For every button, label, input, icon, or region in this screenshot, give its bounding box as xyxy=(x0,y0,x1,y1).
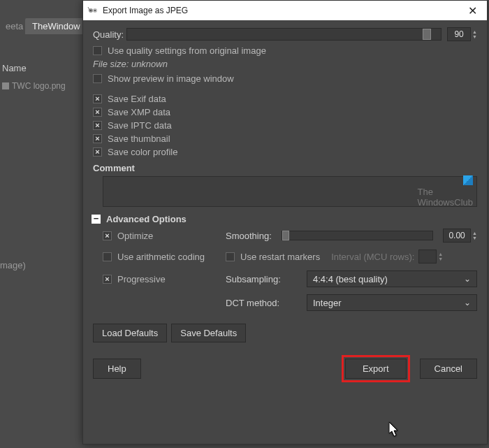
svg-point-3 xyxy=(94,10,96,11)
smoothing-label: Smoothing: xyxy=(226,231,282,241)
smoothing-slider-thumb[interactable] xyxy=(282,231,289,240)
collapse-icon[interactable]: − xyxy=(92,215,101,224)
export-highlight: Export xyxy=(342,355,410,382)
interval-up-icon: ▲ xyxy=(438,252,443,256)
save-exif-checkbox[interactable]: Save Exif data xyxy=(93,94,477,104)
dialog-title: Export Image as JPEG xyxy=(103,6,462,15)
quality-spinner[interactable]: ▲▼ xyxy=(447,27,477,41)
layers-name-header: Name xyxy=(2,63,27,73)
chevron-down-icon: ⌄ xyxy=(464,274,471,284)
dct-method-label: DCT method: xyxy=(226,298,302,308)
quality-label: Quality: xyxy=(93,29,126,40)
titlebar[interactable]: Export Image as JPEG ✕ xyxy=(83,1,487,20)
smoothing-up-icon[interactable]: ▲ xyxy=(472,231,477,236)
watermark-line2: WindowsClub xyxy=(418,197,473,208)
dct-method-select[interactable]: Integer⌄ xyxy=(307,294,477,311)
save-thumbnail-checkbox[interactable]: Save thumbnail xyxy=(93,133,477,144)
use-original-quality-label: Use quality settings from original image xyxy=(108,45,266,56)
arithmetic-coding-label: Use arithmetic coding xyxy=(117,252,205,262)
save-iptc-label: Save IPTC data xyxy=(108,120,172,131)
load-defaults-button[interactable]: Load Defaults xyxy=(93,324,167,342)
layer-item-label: TWC logo.png xyxy=(12,81,66,91)
use-original-quality-checkbox[interactable]: Use quality settings from original image xyxy=(93,45,477,56)
save-xmp-checkbox[interactable]: Save XMP data xyxy=(93,107,477,117)
progressive-checkbox[interactable]: Progressive xyxy=(103,274,226,284)
subsampling-value: 4:4:4 (best quality) xyxy=(313,274,388,284)
progressive-label: Progressive xyxy=(117,274,166,284)
chevron-down-icon: ⌄ xyxy=(464,298,471,308)
file-size-label: File size: unknown xyxy=(93,59,477,69)
optimize-checkbox[interactable]: Optimize xyxy=(103,231,226,241)
watermark-line1: The xyxy=(418,187,433,197)
export-button[interactable]: Export xyxy=(345,359,407,379)
export-jpeg-dialog: Export Image as JPEG ✕ Quality: ▲▼ Use q… xyxy=(82,0,488,445)
close-button[interactable]: ✕ xyxy=(462,4,483,17)
smoothing-input[interactable] xyxy=(443,229,471,243)
advanced-options-header[interactable]: − Advanced Options xyxy=(92,214,477,224)
smoothing-spinner[interactable]: ▲▼ xyxy=(443,229,477,243)
interval-input xyxy=(418,250,437,263)
show-preview-checkbox[interactable]: Show preview in image window xyxy=(93,73,477,84)
optimize-label: Optimize xyxy=(117,231,153,241)
background-image-label: mage) xyxy=(0,260,26,270)
comment-section-label: Comment xyxy=(93,163,477,173)
subsampling-select[interactable]: 4:4:4 (best quality)⌄ xyxy=(307,270,477,287)
save-thumbnail-label: Save thumbnail xyxy=(108,133,170,144)
restart-markers-checkbox[interactable]: Use restart markers xyxy=(226,252,320,262)
dct-method-value: Integer xyxy=(313,298,341,308)
arithmetic-coding-checkbox[interactable]: Use arithmetic coding xyxy=(103,252,226,262)
layer-item[interactable]: TWC logo.png xyxy=(2,81,66,91)
windowsclub-logo-icon xyxy=(463,175,473,185)
quality-slider[interactable] xyxy=(126,28,441,41)
save-color-profile-label: Save color profile xyxy=(108,147,177,157)
quality-down-icon[interactable]: ▼ xyxy=(472,34,477,39)
smoothing-down-icon[interactable]: ▼ xyxy=(472,236,477,240)
save-defaults-button[interactable]: Save Defaults xyxy=(171,324,246,342)
quality-slider-thumb[interactable] xyxy=(423,29,431,40)
quality-input[interactable] xyxy=(447,27,471,41)
watermark: The WindowsClub xyxy=(418,175,473,208)
svg-point-2 xyxy=(90,10,92,11)
save-exif-label: Save Exif data xyxy=(108,94,166,104)
cancel-button[interactable]: Cancel xyxy=(420,359,477,379)
interval-down-icon: ▼ xyxy=(438,256,443,261)
smoothing-slider[interactable] xyxy=(282,231,433,240)
advanced-options-label: Advanced Options xyxy=(106,214,187,224)
background-tab-active[interactable]: TheWindow xyxy=(25,18,87,34)
save-xmp-label: Save XMP data xyxy=(108,107,170,117)
save-color-profile-checkbox[interactable]: Save color profile xyxy=(93,147,477,157)
gimp-wilber-icon xyxy=(87,5,98,16)
interval-label: Interval (MCU rows): xyxy=(331,252,414,262)
layer-thumbnail-icon xyxy=(2,82,9,89)
subsampling-label: Subsampling: xyxy=(226,274,302,284)
quality-up-icon[interactable]: ▲ xyxy=(472,29,477,34)
restart-markers-label: Use restart markers xyxy=(240,252,320,262)
show-preview-label: Show preview in image window xyxy=(108,73,234,84)
save-iptc-checkbox[interactable]: Save IPTC data xyxy=(93,120,477,131)
help-button[interactable]: Help xyxy=(93,359,141,379)
